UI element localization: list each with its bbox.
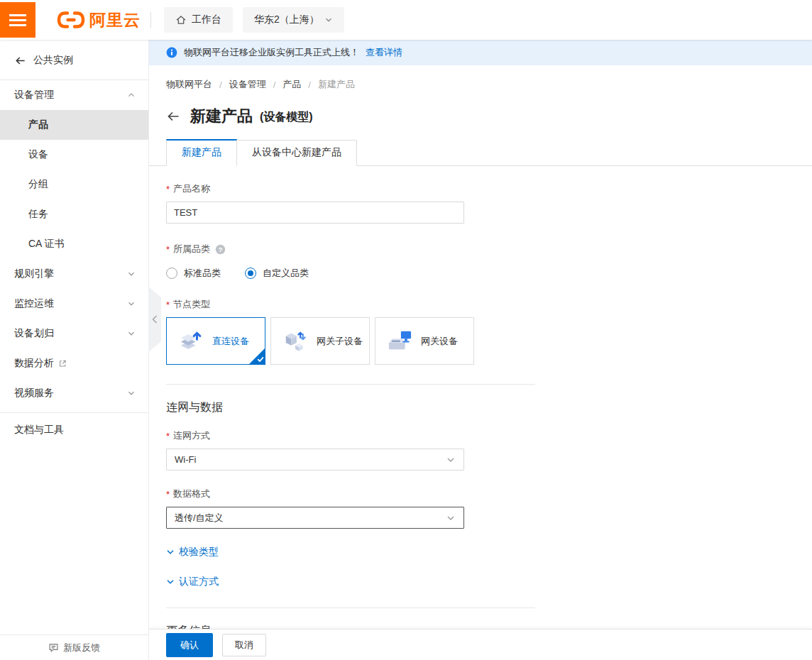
page-title: 新建产品 [190,106,253,127]
new-product-form: * 产品名称 * 所属品类 ? 标准品类 自定义品类 * 节点类型 [149,182,812,660]
label-text: 所属品类 [173,243,210,255]
section-divider [166,607,535,608]
sidebar-group-label: 设备管理 [14,89,54,101]
sidebar-item-label: 分组 [28,178,48,191]
required-mark: * [166,244,170,255]
verification-type-toggle[interactable]: 校验类型 [166,546,219,559]
notice-detail-link[interactable]: 查看详情 [366,46,402,59]
node-card-label: 网关子设备 [317,335,363,348]
radio-circle [166,268,177,279]
data-format-select[interactable]: 透传/自定义 [166,507,464,529]
sidebar-group-device-assignment[interactable]: 设备划归 [0,319,148,348]
product-name-input[interactable] [166,202,464,224]
network-section-title: 连网与数据 [166,400,812,415]
sidebar-group-label: 设备划归 [14,327,54,340]
sidebar-item-label: 设备 [28,148,48,161]
sidebar-divider [0,412,148,413]
node-card-label: 直连设备 [212,335,249,348]
workbench-button[interactable]: 工作台 [164,7,233,33]
sidebar: 公共实例 设备管理 产品 设备 分组 任务 CA 证书 规则引擎 监控运维 设备… [0,40,149,660]
breadcrumb-separator: / [219,79,222,90]
sidebar-item-docs-tools[interactable]: 文档与工具 [0,414,148,446]
network-mode-select[interactable]: Wi-Fi [166,449,464,471]
svg-text:?: ? [219,246,223,253]
help-icon[interactable]: ? [215,244,226,255]
node-type-label: * 节点类型 [166,298,812,311]
radio-standard-category[interactable]: 标准品类 [166,267,221,280]
chevron-down-icon [446,513,456,523]
breadcrumb-item[interactable]: 物联网平台 [166,78,212,91]
feedback-label: 新版反馈 [63,642,100,654]
radio-label: 标准品类 [184,267,221,280]
chevron-down-icon [127,299,136,308]
sidebar-item-label: 数据分析 [14,357,54,370]
sidebar-group-video-service[interactable]: 视频服务 [0,378,148,408]
breadcrumb: 物联网平台 / 设备管理 / 产品 / 新建产品 [166,78,812,91]
hamburger-menu-button[interactable] [0,2,35,38]
page-subtitle: (设备模型) [260,108,313,125]
required-mark: * [166,489,170,500]
radio-custom-category[interactable]: 自定义品类 [245,267,309,280]
main-content: 物联网平台迁移企业版实例工具正式上线！ 查看详情 物联网平台 / 设备管理 / … [149,40,812,660]
label-text: 连网方式 [173,429,210,442]
chevron-down-icon [324,16,333,24]
aliyun-logo[interactable]: 阿里云 [57,9,141,31]
node-card-gateway-device[interactable]: 网关设备 [375,317,474,365]
region-label: 华东2（上海） [254,13,319,26]
product-name-label: * 产品名称 [166,182,812,195]
sidebar-item-data-analysis[interactable]: 数据分析 [0,348,148,378]
node-type-options: 直连设备 网关子设备 [166,317,812,365]
label-text: 数据格式 [173,488,210,500]
fold-link-label: 校验类型 [179,546,219,559]
chevron-down-icon [127,270,136,278]
sidebar-item-device[interactable]: 设备 [0,140,148,170]
sidebar-group-label: 监控运维 [14,297,54,310]
node-card-direct-device[interactable]: 直连设备 [166,317,265,365]
radio-label: 自定义品类 [263,267,309,280]
auth-method-toggle[interactable]: 认证方式 [166,576,219,588]
data-format-label: * 数据格式 [166,488,812,500]
cancel-button[interactable]: 取消 [222,634,266,656]
required-mark: * [166,299,170,310]
breadcrumb-item[interactable]: 设备管理 [229,78,266,91]
breadcrumb-separator: / [308,79,311,90]
fold-link-label: 认证方式 [179,576,219,588]
select-value: Wi-Fi [175,454,196,465]
section-divider [166,384,535,385]
tab-label: 新建产品 [182,146,221,158]
required-mark: * [166,184,170,194]
aliyun-brackets-icon [57,11,85,29]
chevron-left-icon [152,315,158,324]
arrow-left-icon [14,55,26,67]
topbar-divider [150,12,151,28]
sidebar-back-public-instance[interactable]: 公共实例 [0,40,148,79]
sidebar-item-task[interactable]: 任务 [0,199,148,229]
sidebar-group-monitoring[interactable]: 监控运维 [0,289,148,319]
sidebar-item-ca-cert[interactable]: CA 证书 [0,229,148,259]
tab-new-from-device-center[interactable]: 从设备中心新建产品 [237,140,357,166]
sidebar-item-label: 文档与工具 [14,424,64,436]
sidebar-item-product[interactable]: 产品 [0,110,148,140]
region-selector[interactable]: 华东2（上海） [243,7,344,33]
feedback-button[interactable]: 新版反馈 [0,634,148,660]
home-icon [175,14,187,26]
breadcrumb-item[interactable]: 产品 [282,78,301,91]
sidebar-item-label: 任务 [28,208,48,221]
aliyun-logo-text: 阿里云 [89,9,141,31]
tab-bar: 新建产品 从设备中心新建产品 [149,139,812,166]
network-mode-label: * 连网方式 [166,429,812,442]
node-card-gateway-sub-device[interactable]: 网关子设备 [270,317,370,365]
sidebar-group-device-management[interactable]: 设备管理 [0,80,148,110]
confirm-button[interactable]: 确认 [166,633,213,657]
tab-new-product[interactable]: 新建产品 [166,139,237,166]
sidebar-collapse-handle[interactable] [148,287,161,352]
back-arrow-icon[interactable] [166,109,180,123]
breadcrumb-separator: / [273,79,276,90]
sidebar-group-rule-engine[interactable]: 规则引擎 [0,259,148,289]
chevron-down-icon [166,578,175,586]
select-value: 透传/自定义 [175,512,224,524]
chevron-down-icon [127,389,136,397]
chevron-down-icon [446,455,456,465]
sidebar-item-group[interactable]: 分组 [0,170,148,199]
info-icon [166,47,177,58]
